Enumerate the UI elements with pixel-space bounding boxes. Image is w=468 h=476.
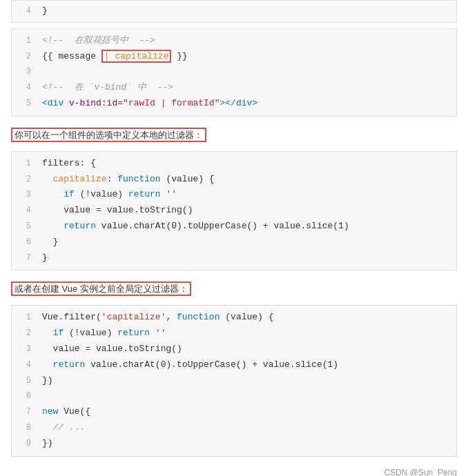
- code-block-3: 1 Vue.filter('capitalize', function (val…: [11, 305, 457, 456]
- line-number: 4: [17, 5, 31, 18]
- line-number: 4: [17, 204, 31, 217]
- string: '': [155, 328, 166, 338]
- code-line-3: 3: [12, 64, 456, 80]
- code-line-1: 1 <!-- 在双花括号中 -->: [12, 33, 456, 49]
- plain: value = value.toString(): [64, 205, 193, 215]
- code-line-9: 9 }): [12, 436, 456, 452]
- code-line-7: 7 new Vue({: [12, 404, 456, 420]
- plain: [42, 328, 53, 338]
- code-text: [42, 65, 451, 79]
- text-plain: }}: [171, 51, 187, 61]
- line-number: 9: [17, 437, 31, 450]
- comment: // ...: [42, 422, 85, 433]
- code-line-5: 5 <div v-bind:id="rawId | formatId"></di…: [12, 96, 456, 112]
- plain: }: [42, 237, 58, 247]
- plain: (value) {: [161, 174, 215, 184]
- code-line-4: 4 return value.charAt(0).toUpperCase() +…: [12, 357, 456, 373]
- string: 'capitalize': [101, 312, 166, 322]
- code-text: if (!value) return '': [42, 326, 451, 341]
- comment: <!-- 在 `v-bind` 中 -->: [42, 82, 173, 92]
- desc-highlight: 你可以在一个组件的选项中定义本地的过滤器：: [11, 128, 206, 142]
- code-block-1: 1 <!-- 在双花括号中 --> 2 {{ message | capital…: [11, 28, 457, 117]
- plain: }: [42, 252, 48, 263]
- code-text: }): [42, 437, 451, 451]
- code-text: }: [42, 251, 451, 266]
- plain: :: [107, 174, 118, 184]
- keyword: function: [177, 312, 220, 322]
- code-line-3: 3 if (!value) return '': [12, 187, 456, 203]
- code-text: <!-- 在双花括号中 -->: [42, 34, 451, 48]
- plain: [42, 221, 64, 231]
- code-text: Vue.filter('capitalize', function (value…: [42, 310, 451, 325]
- code-text: return value.charAt(0).toUpperCase() + v…: [42, 358, 451, 373]
- code-text: }: [42, 4, 451, 19]
- code-line-2: 2 {{ message | capitalize }}: [12, 49, 456, 65]
- line-number: 3: [17, 343, 31, 356]
- attr: v-bind:id: [69, 98, 117, 108]
- string: '': [166, 189, 177, 199]
- page-container: 4 } 1 <!-- 在双花括号中 --> 2 {{ message | cap…: [0, 0, 468, 476]
- plain: value = value.toString(): [42, 344, 182, 354]
- tag-close: ></div>: [220, 98, 257, 108]
- equals: =: [117, 98, 123, 108]
- code-text: // ...: [42, 421, 451, 435]
- keyword: if: [53, 328, 64, 338]
- plain: [42, 174, 53, 184]
- desc-highlight: 或者在创建 Vue 实例之前全局定义过滤器：: [11, 281, 191, 296]
- line-number: 5: [17, 220, 31, 233]
- line-number: 1: [17, 34, 31, 48]
- line-number: 2: [17, 50, 31, 63]
- plain: [42, 205, 64, 215]
- watermark: CSDN @Sun_Peng: [0, 462, 468, 476]
- code-text: return value.charAt(0).toUpperCase() + v…: [42, 219, 451, 234]
- plain: (value) {: [220, 312, 273, 322]
- tag: <div: [42, 98, 69, 108]
- code-text: filters: {: [42, 157, 451, 171]
- code-text: {{ message | capitalize }}: [42, 50, 451, 64]
- plain: [42, 189, 64, 199]
- line-number: 5: [17, 97, 31, 110]
- code-line-7: 7 }: [12, 250, 456, 266]
- keyword: return: [117, 328, 150, 338]
- line-number: 6: [17, 390, 31, 403]
- keyword: return: [64, 221, 96, 231]
- filter-name: | capitalize: [104, 51, 169, 61]
- description-1: 你可以在一个组件的选项中定义本地的过滤器：: [0, 122, 468, 146]
- plain: (!value): [64, 328, 117, 338]
- line-number: 4: [17, 81, 31, 95]
- line-number: 7: [17, 406, 31, 419]
- plain: Vue.filter(: [42, 312, 101, 322]
- code-line-5: 5 }): [12, 373, 456, 389]
- code-text: <div v-bind:id="rawId | formatId"></div>: [42, 97, 451, 111]
- code-text: if (!value) return '': [42, 188, 451, 202]
- code-line-1: 1 Vue.filter('capitalize', function (val…: [12, 310, 456, 326]
- code-text: new Vue({: [42, 405, 451, 419]
- code-line-2: 2 if (!value) return '': [12, 326, 456, 341]
- plain: [150, 328, 155, 338]
- code-line-8: 8 // ...: [12, 420, 456, 436]
- line-number: 3: [17, 66, 31, 79]
- line-number: 2: [17, 173, 31, 186]
- line-number: 5: [17, 375, 31, 388]
- code-text: value = value.toString(): [42, 204, 451, 218]
- value: "rawId | formatId": [123, 98, 220, 108]
- code-line-6: 6: [12, 388, 456, 404]
- code-line-3: 3 value = value.toString(): [12, 341, 456, 357]
- plain: value.charAt(0).toUpperCase() + value.sl…: [96, 221, 349, 231]
- line-number: 6: [17, 236, 31, 249]
- line-number: 7: [17, 252, 31, 265]
- line-number: 4: [17, 359, 31, 372]
- filter-highlight: | capitalize: [101, 50, 172, 63]
- code-text: }): [42, 374, 451, 388]
- code-text: }: [42, 235, 451, 250]
- keyword: return: [128, 189, 161, 199]
- plain: ,: [166, 312, 177, 322]
- line-number: 3: [17, 188, 31, 201]
- code-text: <!-- 在 `v-bind` 中 -->: [42, 81, 451, 95]
- filter-name: capitalize: [53, 174, 107, 184]
- line-number: 2: [17, 327, 31, 340]
- code-line-4: 4 value = value.toString(): [12, 203, 456, 219]
- plain: (!value): [75, 189, 128, 199]
- line-number: 1: [17, 311, 31, 324]
- code-line-5: 5 return value.charAt(0).toUpperCase() +…: [12, 219, 456, 235]
